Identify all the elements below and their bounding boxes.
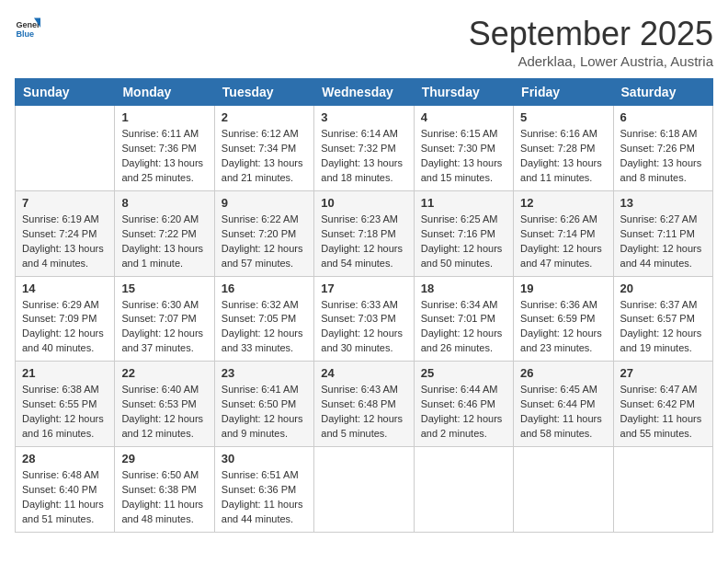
day-number: 11: [421, 196, 506, 210]
day-header-wednesday: Wednesday: [314, 79, 414, 106]
calendar-cell: 13Sunrise: 6:27 AMSunset: 7:11 PMDayligh…: [613, 190, 712, 276]
day-number: 7: [22, 196, 108, 210]
day-number: 3: [321, 110, 406, 124]
day-info: Sunrise: 6:37 AMSunset: 6:57 PMDaylight:…: [620, 298, 706, 357]
day-info: Sunrise: 6:36 AMSunset: 6:59 PMDaylight:…: [520, 298, 606, 357]
calendar-cell: 14Sunrise: 6:29 AMSunset: 7:09 PMDayligh…: [16, 276, 115, 362]
svg-text:Blue: Blue: [16, 29, 34, 39]
calendar-cell: 29Sunrise: 6:50 AMSunset: 6:38 PMDayligh…: [115, 447, 214, 533]
calendar-cell: 16Sunrise: 6:32 AMSunset: 7:05 PMDayligh…: [214, 276, 313, 362]
calendar-cell: 12Sunrise: 6:26 AMSunset: 7:14 PMDayligh…: [514, 190, 613, 276]
day-number: 18: [421, 282, 506, 295]
day-info: Sunrise: 6:43 AMSunset: 6:48 PMDaylight:…: [321, 383, 406, 442]
page-header: General Blue September 2025 Aderklaa, Lo…: [15, 15, 713, 69]
day-info: Sunrise: 6:47 AMSunset: 6:42 PMDaylight:…: [620, 383, 706, 442]
calendar-cell: 20Sunrise: 6:37 AMSunset: 6:57 PMDayligh…: [613, 276, 712, 362]
calendar-cell: 21Sunrise: 6:38 AMSunset: 6:55 PMDayligh…: [16, 362, 115, 447]
day-info: Sunrise: 6:51 AMSunset: 6:36 PMDaylight:…: [222, 468, 307, 527]
day-number: 1: [121, 110, 207, 124]
day-info: Sunrise: 6:11 AMSunset: 7:36 PMDaylight:…: [121, 127, 207, 186]
day-info: Sunrise: 6:23 AMSunset: 7:18 PMDaylight:…: [321, 213, 406, 271]
day-number: 27: [620, 366, 706, 380]
calendar-cell: 6Sunrise: 6:18 AMSunset: 7:26 PMDaylight…: [613, 106, 712, 191]
day-number: 24: [321, 366, 406, 380]
day-number: 23: [222, 366, 307, 380]
day-number: 29: [121, 452, 207, 465]
day-header-monday: Monday: [115, 79, 214, 106]
day-info: Sunrise: 6:38 AMSunset: 6:55 PMDaylight:…: [22, 383, 108, 442]
calendar-cell: [414, 447, 513, 533]
calendar-cell: 3Sunrise: 6:14 AMSunset: 7:32 PMDaylight…: [314, 106, 414, 191]
month-title: September 2025: [469, 15, 713, 53]
calendar-table: SundayMondayTuesdayWednesdayThursdayFrid…: [15, 78, 713, 533]
day-info: Sunrise: 6:34 AMSunset: 7:01 PMDaylight:…: [421, 298, 506, 357]
day-info: Sunrise: 6:25 AMSunset: 7:16 PMDaylight:…: [421, 213, 506, 271]
calendar-week-row: 28Sunrise: 6:48 AMSunset: 6:40 PMDayligh…: [16, 447, 713, 533]
day-info: Sunrise: 6:32 AMSunset: 7:05 PMDaylight:…: [222, 298, 307, 357]
day-number: 8: [121, 196, 207, 210]
calendar-cell: 26Sunrise: 6:45 AMSunset: 6:44 PMDayligh…: [514, 362, 613, 447]
day-number: 2: [222, 110, 307, 124]
calendar-week-row: 21Sunrise: 6:38 AMSunset: 6:55 PMDayligh…: [16, 362, 713, 447]
day-info: Sunrise: 6:44 AMSunset: 6:46 PMDaylight:…: [421, 383, 506, 442]
day-info: Sunrise: 6:50 AMSunset: 6:38 PMDaylight:…: [121, 468, 207, 527]
day-info: Sunrise: 6:27 AMSunset: 7:11 PMDaylight:…: [620, 213, 706, 271]
calendar-cell: 24Sunrise: 6:43 AMSunset: 6:48 PMDayligh…: [314, 362, 414, 447]
calendar-header-row: SundayMondayTuesdayWednesdayThursdayFrid…: [16, 79, 713, 106]
calendar-cell: 5Sunrise: 6:16 AMSunset: 7:28 PMDaylight…: [514, 106, 613, 191]
day-number: 15: [121, 282, 207, 295]
calendar-cell: 22Sunrise: 6:40 AMSunset: 6:53 PMDayligh…: [115, 362, 214, 447]
day-number: 17: [321, 282, 406, 295]
calendar-cell: 2Sunrise: 6:12 AMSunset: 7:34 PMDaylight…: [214, 106, 313, 191]
day-number: 6: [620, 110, 706, 124]
location-subtitle: Aderklaa, Lower Austria, Austria: [469, 53, 713, 69]
calendar-cell: 25Sunrise: 6:44 AMSunset: 6:46 PMDayligh…: [414, 362, 513, 447]
day-info: Sunrise: 6:14 AMSunset: 7:32 PMDaylight:…: [321, 127, 406, 186]
calendar-cell: 30Sunrise: 6:51 AMSunset: 6:36 PMDayligh…: [214, 447, 313, 533]
calendar-cell: 8Sunrise: 6:20 AMSunset: 7:22 PMDaylight…: [115, 190, 214, 276]
day-info: Sunrise: 6:33 AMSunset: 7:03 PMDaylight:…: [321, 298, 406, 357]
calendar-week-row: 7Sunrise: 6:19 AMSunset: 7:24 PMDaylight…: [16, 190, 713, 276]
logo-icon: General Blue: [15, 15, 40, 40]
day-info: Sunrise: 6:30 AMSunset: 7:07 PMDaylight:…: [121, 298, 207, 357]
day-number: 14: [22, 282, 108, 295]
day-info: Sunrise: 6:19 AMSunset: 7:24 PMDaylight:…: [22, 213, 108, 271]
calendar-cell: 10Sunrise: 6:23 AMSunset: 7:18 PMDayligh…: [314, 190, 414, 276]
day-info: Sunrise: 6:15 AMSunset: 7:30 PMDaylight:…: [421, 127, 506, 186]
day-info: Sunrise: 6:48 AMSunset: 6:40 PMDaylight:…: [22, 468, 108, 527]
day-header-saturday: Saturday: [613, 79, 712, 106]
day-info: Sunrise: 6:41 AMSunset: 6:50 PMDaylight:…: [222, 383, 307, 442]
calendar-week-row: 1Sunrise: 6:11 AMSunset: 7:36 PMDaylight…: [16, 106, 713, 191]
day-number: 10: [321, 196, 406, 210]
day-info: Sunrise: 6:26 AMSunset: 7:14 PMDaylight:…: [520, 213, 606, 271]
day-info: Sunrise: 6:16 AMSunset: 7:28 PMDaylight:…: [520, 127, 606, 186]
day-number: 20: [620, 282, 706, 295]
day-number: 28: [22, 452, 108, 465]
day-info: Sunrise: 6:20 AMSunset: 7:22 PMDaylight:…: [121, 213, 207, 271]
calendar-cell: [613, 447, 712, 533]
day-info: Sunrise: 6:40 AMSunset: 6:53 PMDaylight:…: [121, 383, 207, 442]
day-number: 12: [520, 196, 606, 210]
calendar-cell: 15Sunrise: 6:30 AMSunset: 7:07 PMDayligh…: [115, 276, 214, 362]
day-header-sunday: Sunday: [16, 79, 115, 106]
calendar-cell: 23Sunrise: 6:41 AMSunset: 6:50 PMDayligh…: [214, 362, 313, 447]
title-block: September 2025 Aderklaa, Lower Austria, …: [469, 15, 713, 69]
day-header-friday: Friday: [514, 79, 613, 106]
day-info: Sunrise: 6:22 AMSunset: 7:20 PMDaylight:…: [222, 213, 307, 271]
day-number: 9: [222, 196, 307, 210]
day-header-thursday: Thursday: [414, 79, 513, 106]
day-number: 21: [22, 366, 108, 380]
calendar-cell: 1Sunrise: 6:11 AMSunset: 7:36 PMDaylight…: [115, 106, 214, 191]
calendar-cell: 9Sunrise: 6:22 AMSunset: 7:20 PMDaylight…: [214, 190, 313, 276]
day-info: Sunrise: 6:12 AMSunset: 7:34 PMDaylight:…: [222, 127, 307, 186]
calendar-cell: 11Sunrise: 6:25 AMSunset: 7:16 PMDayligh…: [414, 190, 513, 276]
calendar-cell: 19Sunrise: 6:36 AMSunset: 6:59 PMDayligh…: [514, 276, 613, 362]
calendar-cell: 28Sunrise: 6:48 AMSunset: 6:40 PMDayligh…: [16, 447, 115, 533]
calendar-cell: 27Sunrise: 6:47 AMSunset: 6:42 PMDayligh…: [613, 362, 712, 447]
day-info: Sunrise: 6:29 AMSunset: 7:09 PMDaylight:…: [22, 298, 108, 357]
calendar-cell: [514, 447, 613, 533]
day-number: 26: [520, 366, 606, 380]
calendar-cell: 7Sunrise: 6:19 AMSunset: 7:24 PMDaylight…: [16, 190, 115, 276]
calendar-cell: 4Sunrise: 6:15 AMSunset: 7:30 PMDaylight…: [414, 106, 513, 191]
calendar-cell: 17Sunrise: 6:33 AMSunset: 7:03 PMDayligh…: [314, 276, 414, 362]
